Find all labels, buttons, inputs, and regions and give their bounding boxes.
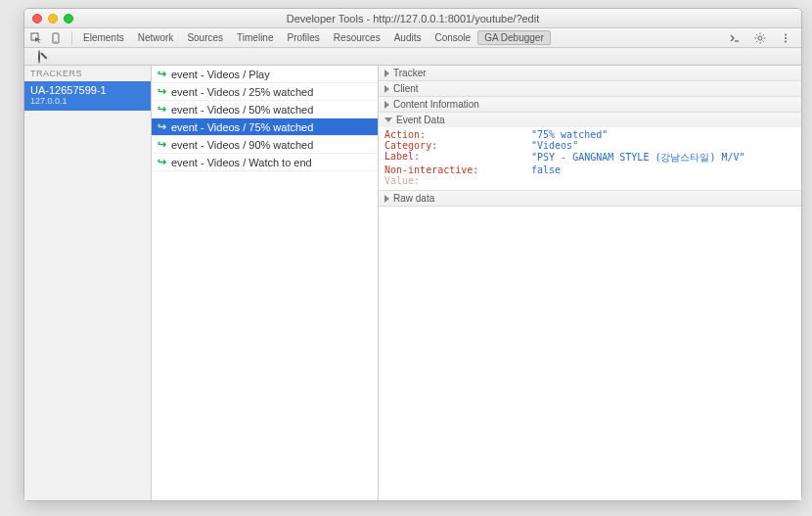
svg-line-11	[756, 40, 757, 41]
kv-row: Non-interactive:false	[384, 164, 795, 175]
kv-key: Action:	[384, 129, 531, 140]
section-title: Content Information	[393, 99, 479, 110]
event-row[interactable]: ↪event - Videos / Watch to end	[152, 154, 378, 171]
main-area: TRACKERS UA-12657599-1 127.0.0.1 ↪event …	[24, 66, 801, 500]
svg-line-12	[763, 34, 764, 35]
tracker-id: UA-12657599-1	[30, 84, 145, 96]
section-header[interactable]: Raw data	[379, 191, 801, 206]
event-row[interactable]: ↪event - Videos / 90% watched	[152, 136, 378, 154]
clear-icon[interactable]	[38, 51, 40, 63]
events-list: ↪event - Videos / Play↪event - Videos / …	[152, 66, 379, 500]
event-label: event - Videos / 50% watched	[171, 104, 313, 116]
zoom-icon[interactable]	[64, 14, 73, 23]
section-title: Tracker	[393, 68, 427, 78]
tracker-host: 127.0.0.1	[30, 96, 145, 106]
devtools-tabbar: ElementsNetworkSourcesTimelineProfilesRe…	[24, 28, 801, 48]
panel-toolbar	[24, 48, 801, 66]
chevron-right-icon	[384, 85, 389, 93]
event-row[interactable]: ↪event - Videos / Play	[152, 66, 378, 83]
tab-audits[interactable]: Audits	[387, 30, 429, 45]
tab-resources[interactable]: Resources	[327, 30, 387, 45]
svg-point-13	[785, 33, 787, 35]
event-label: event - Videos / 25% watched	[171, 86, 313, 98]
section-header[interactable]: Event Data	[379, 113, 801, 127]
devtools-tabs: ElementsNetworkSourcesTimelineProfilesRe…	[76, 30, 551, 45]
kv-key: Value:	[384, 175, 531, 186]
section-title: Raw data	[393, 193, 434, 204]
event-row[interactable]: ↪event - Videos / 50% watched	[152, 101, 378, 118]
chevron-right-icon	[384, 101, 389, 109]
section-raw-data: Raw data	[379, 191, 801, 207]
event-row[interactable]: ↪event - Videos / 25% watched	[152, 83, 378, 101]
send-arrow-icon: ↪	[156, 156, 167, 168]
section-header[interactable]: Tracker	[379, 66, 801, 80]
svg-point-15	[785, 40, 787, 42]
tab-sources[interactable]: Sources	[180, 30, 230, 45]
settings-icon[interactable]	[752, 30, 768, 46]
event-label: event - Videos / 75% watched	[171, 121, 313, 133]
event-row[interactable]: ↪event - Videos / 75% watched	[152, 118, 378, 136]
svg-point-14	[785, 37, 787, 39]
chevron-down-icon	[384, 117, 392, 122]
event-label: event - Videos / 90% watched	[171, 139, 313, 151]
window-title: Developer Tools - http://127.0.0.1:8001/…	[24, 13, 801, 24]
section-title: Event Data	[396, 115, 444, 125]
tab-network[interactable]: Network	[131, 30, 181, 45]
kv-key: Category:	[384, 140, 531, 151]
chevron-right-icon	[384, 70, 389, 77]
console-drawer-icon[interactable]	[727, 30, 743, 46]
tabbar-right	[727, 30, 797, 46]
kv-value: "Videos"	[531, 140, 578, 151]
kv-value: false	[531, 164, 561, 175]
send-arrow-icon: ↪	[156, 103, 167, 116]
tab-console[interactable]: Console	[428, 30, 477, 45]
kv-value: "75% watched"	[531, 129, 608, 140]
kv-row: Action:"75% watched"	[384, 129, 795, 140]
kv-row: Value:	[384, 175, 795, 186]
tab-profiles[interactable]: Profiles	[280, 30, 326, 45]
kv-key: Non-interactive:	[384, 164, 531, 175]
section-title: Client	[393, 83, 419, 94]
minimize-icon[interactable]	[48, 14, 58, 23]
svg-point-4	[758, 36, 762, 40]
svg-line-10	[763, 40, 764, 41]
tab-ga-debugger[interactable]: GA Debugger	[477, 30, 551, 45]
more-icon[interactable]	[778, 30, 793, 46]
inspect-element-icon[interactable]	[28, 30, 44, 46]
titlebar: Developer Tools - http://127.0.0.1:8001/…	[24, 9, 801, 28]
kv-row: Category:"Videos"	[384, 140, 795, 151]
chevron-right-icon	[384, 195, 389, 203]
event-label: event - Videos / Play	[171, 69, 270, 80]
kv-row: Label:"PSY - GANGNAM STYLE (강남스타일) M/V"	[384, 151, 795, 164]
section-content-information: Content Information	[379, 97, 801, 113]
tracker-item[interactable]: UA-12657599-1 127.0.0.1	[24, 81, 151, 111]
sidebar-header: TRACKERS	[24, 66, 151, 81]
devtools-window: Developer Tools - http://127.0.0.1:8001/…	[23, 8, 802, 501]
svg-point-2	[55, 40, 56, 41]
kv-key: Label:	[384, 151, 531, 164]
send-arrow-icon: ↪	[156, 85, 167, 98]
kv-value: "PSY - GANGNAM STYLE (강남스타일) M/V"	[531, 151, 745, 164]
send-arrow-icon: ↪	[156, 68, 167, 80]
trackers-sidebar: TRACKERS UA-12657599-1 127.0.0.1	[24, 66, 152, 500]
section-header[interactable]: Content Information	[379, 97, 801, 112]
tab-timeline[interactable]: Timeline	[230, 30, 280, 45]
separator	[71, 31, 72, 45]
event-label: event - Videos / Watch to end	[171, 157, 312, 168]
send-arrow-icon: ↪	[156, 120, 167, 133]
tab-elements[interactable]: Elements	[76, 30, 131, 45]
traffic-lights	[24, 14, 73, 23]
device-mode-icon[interactable]	[48, 30, 64, 46]
svg-line-9	[756, 34, 757, 35]
section-body: Action:"75% watched"Category:"Videos"Lab…	[379, 127, 801, 190]
details-panel: TrackerClientContent InformationEvent Da…	[379, 66, 801, 500]
section-tracker: Tracker	[379, 66, 801, 81]
close-icon[interactable]	[32, 14, 42, 23]
send-arrow-icon: ↪	[156, 138, 167, 151]
section-client: Client	[379, 81, 801, 97]
section-header[interactable]: Client	[379, 81, 801, 96]
section-event-data: Event DataAction:"75% watched"Category:"…	[379, 113, 801, 191]
